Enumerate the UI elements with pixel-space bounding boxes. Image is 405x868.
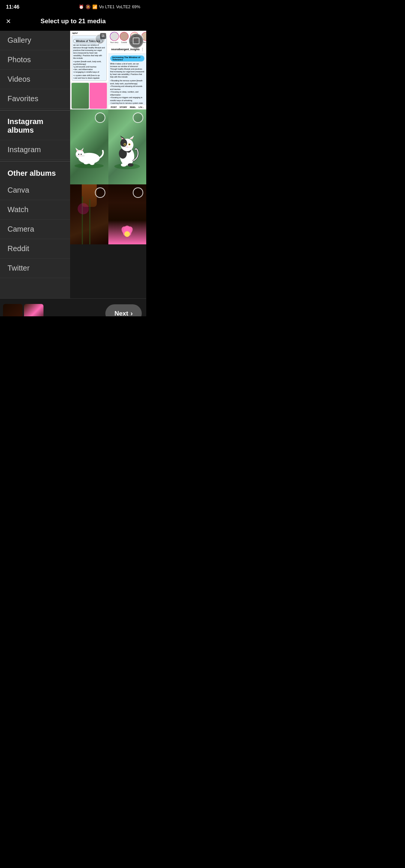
- grid-cell-cat2[interactable]: [108, 109, 146, 184]
- svg-point-9: [80, 156, 81, 156]
- sidebar-item-canva[interactable]: Canva: [0, 181, 70, 200]
- cat2-svg: [113, 119, 141, 183]
- svg-point-30: [126, 147, 128, 148]
- sidebar-item-videos[interactable]: Videos: [0, 70, 70, 89]
- sidebar-item-gallery[interactable]: Gallery: [0, 31, 70, 50]
- selection-circle-cat2[interactable]: [133, 112, 143, 123]
- bottom-bar: 1.7 1.9 Next ›: [0, 298, 146, 316]
- multi-indicator-1: [100, 33, 106, 39]
- grid-cell-instagram-window[interactable]: ngtul Window of Tolerance we can increas…: [70, 31, 108, 109]
- select-all-icon: [133, 37, 140, 44]
- next-label: Next: [114, 310, 128, 317]
- cat1-svg: [74, 121, 104, 181]
- sidebar-item-camera[interactable]: Camera: [0, 220, 70, 239]
- next-chevron-icon: ›: [130, 310, 133, 316]
- svg-point-36: [128, 163, 133, 166]
- sidebar-item-favorites[interactable]: Favorites: [0, 89, 70, 109]
- svg-point-15: [90, 162, 95, 165]
- page-header: × Select up to 21 media: [0, 12, 146, 31]
- select-all-button[interactable]: [129, 34, 143, 48]
- battery-label: 69%: [132, 4, 140, 9]
- sidebar-separator-2: [0, 161, 70, 162]
- svg-point-21: [120, 139, 127, 147]
- sidebar-item-twitter[interactable]: Twitter: [0, 259, 70, 278]
- selection-circle-flower2[interactable]: [133, 187, 143, 198]
- svg-point-0: [75, 163, 104, 168]
- alarm-icon: ⏰: [79, 4, 84, 9]
- svg-point-14: [84, 161, 88, 164]
- sidebar-item-instagram[interactable]: Instagram: [0, 140, 70, 160]
- grid-cell-flower2[interactable]: [108, 184, 146, 244]
- sidebar-item-watch[interactable]: Watch: [0, 200, 70, 220]
- grid-cell-cat1[interactable]: [70, 109, 108, 184]
- signal-icon: Vo LTE1: [99, 4, 114, 9]
- svg-point-7: [78, 154, 80, 155]
- sidebar-separator-1: [0, 110, 70, 111]
- status-icons: ⏰ 🔕 📶 Vo LTE1 VoLTE2 69%: [79, 4, 140, 9]
- thumb-2[interactable]: 1.9: [24, 304, 44, 317]
- grid-cell-flower1[interactable]: [70, 184, 108, 244]
- sidebar-section-other-albums: Other albums: [0, 163, 70, 181]
- svg-point-29: [129, 144, 130, 145]
- grid-row-bottom: [70, 184, 146, 244]
- svg-point-2: [76, 150, 84, 159]
- signal2-icon: VoLTE2: [116, 4, 130, 9]
- sidebar-item-instagram-albums[interactable]: Instagram albums: [0, 112, 70, 140]
- page-title: Select up to 21 media: [40, 18, 106, 25]
- main-content: Gallery Photos Videos Favorites Instagra…: [0, 31, 146, 298]
- svg-point-35: [121, 163, 126, 166]
- grid-row-middle: [70, 109, 146, 184]
- sidebar-item-photos[interactable]: Photos: [0, 50, 70, 70]
- mute-icon: 🔕: [86, 4, 91, 9]
- svg-point-8: [81, 154, 82, 155]
- status-bar: 11:46 ⏰ 🔕 📶 Vo LTE1 VoLTE2 69%: [0, 0, 146, 12]
- thumb-1[interactable]: 1.7: [3, 304, 22, 317]
- sidebar: Gallery Photos Videos Favorites Instagra…: [0, 31, 70, 298]
- media-grid: ngtul Window of Tolerance we can increas…: [70, 31, 146, 298]
- close-button[interactable]: ×: [6, 16, 11, 26]
- next-button[interactable]: Next ›: [105, 304, 142, 316]
- svg-point-28: [124, 144, 125, 145]
- selection-circle-cat1[interactable]: [95, 112, 105, 123]
- selected-thumbnails: 1.7 1.9: [3, 304, 102, 317]
- selection-circle-flower1[interactable]: [95, 187, 105, 198]
- status-time: 11:46: [6, 4, 20, 10]
- wifi-icon: 📶: [92, 4, 98, 9]
- sidebar-item-reddit[interactable]: Reddit: [0, 239, 70, 259]
